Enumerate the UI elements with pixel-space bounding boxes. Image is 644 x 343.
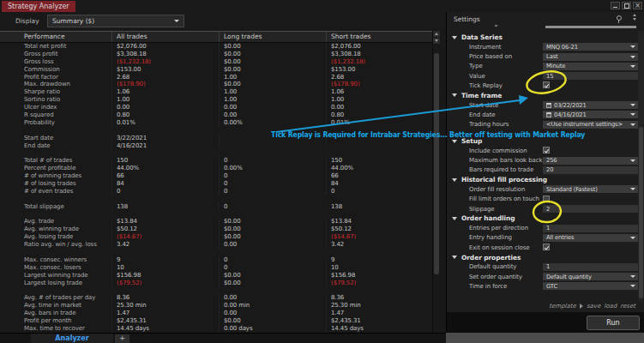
- chevron-down-icon[interactable]: [630, 188, 635, 190]
- chevron-down-icon[interactable]: [630, 104, 635, 106]
- setting-select[interactable]: All entries: [543, 234, 639, 242]
- cell-value: 44.00%: [111, 165, 219, 172]
- cell-value: 2.68: [111, 74, 219, 81]
- table-scrollbar[interactable]: [432, 31, 440, 333]
- display-dropdown[interactable]: Summary ($): [47, 15, 184, 27]
- scroll-down-button[interactable]: [433, 38, 440, 44]
- collapse-arrow-icon[interactable]: [452, 256, 457, 259]
- collapse-arrow-icon[interactable]: [452, 217, 457, 220]
- tab-analyzer[interactable]: Analyzer: [31, 334, 113, 343]
- collapse-arrow-icon[interactable]: [452, 36, 457, 39]
- settings-scroll-spinner[interactable]: [633, 14, 636, 21]
- setting-select[interactable]: Standard (Fastest): [543, 185, 639, 193]
- setting-checkbox[interactable]: [543, 147, 550, 153]
- setting-label: Entry handling: [469, 234, 512, 241]
- setting-select[interactable]: <Use instrument settings>: [543, 121, 639, 129]
- setting-input[interactable]: 20: [543, 166, 639, 174]
- cell-value: $0.00: [219, 280, 326, 287]
- chevron-down-icon[interactable]: [630, 45, 635, 48]
- settings-section-header[interactable]: Order properties: [447, 253, 637, 262]
- cell-label: Ratio avg. win / avg. loss: [0, 241, 111, 249]
- settings-row: Fill limit orders on touch: [447, 195, 637, 204]
- section-label: Time frame: [461, 92, 502, 99]
- setting-checkbox[interactable]: [543, 244, 550, 250]
- chevron-down-icon[interactable]: [630, 123, 635, 126]
- table-row: # of losing trades84084: [0, 180, 432, 188]
- setting-select[interactable]: Last: [543, 53, 639, 61]
- setting-select[interactable]: Default quantity: [543, 273, 639, 280]
- cell-value: 0.00: [219, 294, 326, 302]
- column-header[interactable]: Performance: [0, 32, 111, 42]
- setting-checkbox[interactable]: [543, 196, 550, 202]
- settings-section-header[interactable]: Data Series: [447, 33, 637, 42]
- chevron-down-icon[interactable]: [630, 113, 635, 116]
- triangle-down-icon: [435, 39, 438, 42]
- settings-section-header[interactable]: Time frame: [447, 91, 637, 100]
- setting-input[interactable]: 15: [543, 72, 639, 80]
- window-frame-edge: [446, 333, 644, 343]
- chevron-down-icon[interactable]: [630, 237, 635, 239]
- close-icon[interactable]: ×: [633, 2, 642, 9]
- template-link[interactable]: template: [549, 303, 576, 310]
- table-row: Probability0.01%0.00%0.01%: [0, 119, 432, 127]
- scrollbar-thumb[interactable]: [639, 127, 643, 298]
- cell-label: End date: [0, 142, 111, 150]
- setting-label: Instrument: [469, 44, 502, 51]
- cell-label: Max. consec. losers: [0, 264, 111, 272]
- restore-icon[interactable]: [622, 2, 631, 9]
- cell-value: 0: [219, 157, 326, 165]
- settings-row: Start date03/22/2021: [447, 100, 637, 110]
- scrolled-content-remnant: [495, 25, 497, 27]
- collapse-arrow-icon[interactable]: [452, 140, 457, 143]
- chevron-down-icon[interactable]: [630, 275, 635, 278]
- collapse-arrow-icon[interactable]: [452, 178, 457, 182]
- setting-select[interactable]: 256: [543, 157, 639, 165]
- setting-select[interactable]: 03/22/2021: [543, 101, 639, 109]
- cell-value: 0: [219, 264, 326, 272]
- setting-input[interactable]: 1: [543, 225, 639, 232]
- cell-label: Sortino ratio: [0, 96, 111, 104]
- settings-scrollbar[interactable]: [638, 31, 644, 302]
- footer-link[interactable]: reset: [620, 303, 635, 310]
- settings-section-header[interactable]: Historical fill processing: [447, 175, 637, 184]
- cell-value: ($178.90): [326, 81, 432, 88]
- setting-label: End date: [469, 111, 496, 118]
- chevron-down-icon[interactable]: [630, 56, 635, 58]
- minimize-icon[interactable]: [611, 2, 620, 9]
- input-value: 2: [546, 206, 550, 213]
- setting-checkbox[interactable]: [543, 81, 550, 88]
- setting-select[interactable]: GTC: [543, 282, 639, 290]
- settings-section-header[interactable]: Order handling: [447, 214, 637, 223]
- collapse-arrow-icon[interactable]: [452, 93, 457, 97]
- setting-input[interactable]: 1: [543, 263, 639, 271]
- page-title: Strategy Analyzer: [2, 1, 75, 12]
- select-value: Standard (Fastest): [546, 186, 598, 193]
- setting-input[interactable]: 2: [543, 205, 639, 213]
- setting-select[interactable]: MNQ 06-21: [543, 43, 639, 51]
- scrollbar-thumb[interactable]: [434, 53, 439, 274]
- table-row: [0, 196, 432, 203]
- setting-label: Slippage: [469, 206, 494, 213]
- footer-link[interactable]: save: [587, 303, 600, 310]
- column-header[interactable]: Long trades: [219, 32, 326, 42]
- setting-label: Price based on: [469, 53, 512, 60]
- pin-icon[interactable]: [617, 15, 622, 21]
- cell-value: $13.84: [326, 218, 432, 226]
- chevron-down-icon[interactable]: [630, 65, 635, 68]
- footer-link[interactable]: load: [604, 303, 617, 310]
- cell-label: Avg. bars in trade: [0, 310, 111, 317]
- cell-label: # of even trades: [0, 188, 111, 196]
- run-button[interactable]: Run: [587, 316, 640, 330]
- chevron-down-icon[interactable]: [630, 159, 635, 162]
- scroll-up-button[interactable]: [433, 31, 440, 37]
- cell-value: ($14.67): [326, 233, 432, 241]
- add-tab-button[interactable]: +: [115, 334, 129, 343]
- chevron-down-icon[interactable]: [630, 285, 635, 287]
- table-row: Max. consec. winners909: [0, 256, 432, 264]
- setting-select[interactable]: Minute: [543, 63, 639, 70]
- column-header[interactable]: Short trades: [326, 32, 432, 42]
- column-header[interactable]: All trades: [111, 32, 219, 42]
- setting-select[interactable]: 04/16/2021: [543, 111, 639, 118]
- cell-value: $3,308.18: [111, 51, 219, 58]
- settings-row: Entry handlingAll entries: [447, 233, 637, 243]
